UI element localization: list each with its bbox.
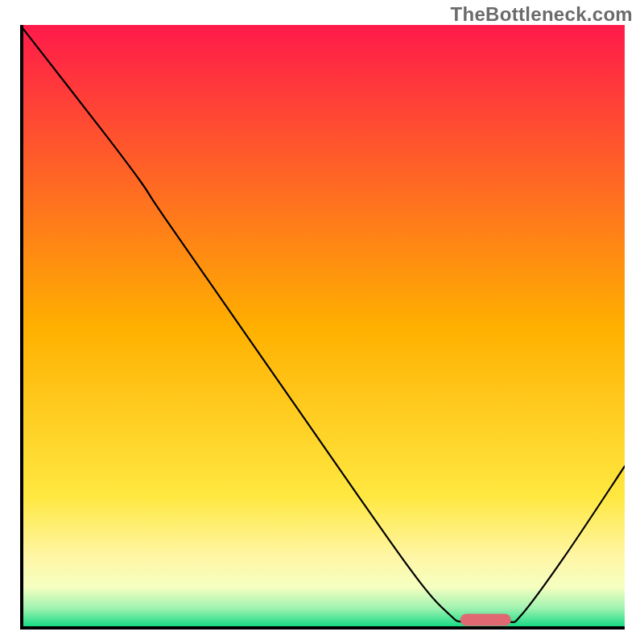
optimal-marker <box>460 613 511 625</box>
watermark-text: TheBottleneck.com <box>451 3 633 26</box>
chart-stage: TheBottleneck.com <box>0 0 644 644</box>
gradient-background <box>20 25 625 630</box>
chart-svg <box>20 25 625 630</box>
plot-area <box>20 25 625 630</box>
